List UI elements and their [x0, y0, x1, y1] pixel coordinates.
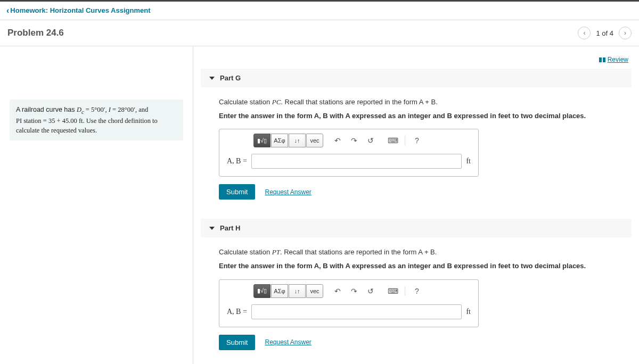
- part-h-header[interactable]: Part H: [201, 219, 632, 237]
- instr-text: Calculate station: [219, 248, 272, 256]
- templates-button[interactable]: ▮√▯: [253, 284, 271, 298]
- caret-down-icon: [209, 227, 215, 230]
- problem-title: Problem 24.6: [7, 28, 64, 38]
- var-pc: PC: [272, 98, 281, 106]
- prev-button[interactable]: ‹: [578, 27, 591, 39]
- answer-label: A, B =: [227, 308, 247, 316]
- prob-text: PI station: [16, 117, 42, 125]
- greek-button[interactable]: ΑΣφ: [271, 134, 288, 147]
- part-g: Part G Calculate station PC. Recall that…: [201, 69, 632, 213]
- var-dc: Dc: [77, 106, 84, 113]
- reset-button[interactable]: ↺: [364, 284, 378, 298]
- subsup-button[interactable]: ↓↑: [289, 134, 306, 147]
- answer-input-g[interactable]: [251, 154, 462, 169]
- answer-input-h[interactable]: [251, 304, 462, 319]
- request-answer-link-h[interactable]: Request Answer: [265, 338, 311, 346]
- redo-button[interactable]: ↷: [347, 284, 361, 298]
- keyboard-button[interactable]: ⌨: [386, 134, 400, 147]
- instr-text: . Recall that stations are reported in t…: [281, 98, 437, 106]
- prob-text: = 5°00′,: [84, 106, 109, 113]
- breadcrumb-bar: Homework: Horizontal Curves Assignment: [0, 2, 639, 20]
- prob-text: A railroad curve has: [16, 106, 77, 113]
- page-counter: 1 of 4: [596, 29, 613, 37]
- unit-label: ft: [466, 308, 471, 316]
- part-title: Part G: [220, 74, 241, 82]
- right-panel: Review Part G Calculate station PC. Reca…: [193, 46, 639, 364]
- part-g-body: Calculate station PC. Recall that statio…: [201, 87, 632, 213]
- answer-box-h: ▮√▯ ΑΣφ ↓↑ vec ↶ ↷ ↺ ⌨ ? A, B =: [219, 279, 479, 327]
- redo-button[interactable]: ↷: [347, 134, 361, 147]
- main-layout: A railroad curve has Dc = 5°00′, I = 28°…: [0, 46, 639, 364]
- help-button[interactable]: ?: [410, 134, 424, 147]
- request-answer-link-g[interactable]: Request Answer: [265, 188, 311, 196]
- breadcrumb-link[interactable]: Homework: Horizontal Curves Assignment: [6, 6, 151, 14]
- answer-input-row: A, B = ft: [219, 150, 478, 176]
- divider: [405, 286, 405, 296]
- subsup-button[interactable]: ↓↑: [289, 284, 306, 298]
- answer-label: A, B =: [227, 157, 247, 166]
- answer-box-g: ▮√▯ ΑΣφ ↓↑ vec ↶ ↷ ↺ ⌨ ? A, B =: [219, 129, 479, 177]
- problem-header: Problem 24.6 ‹ 1 of 4 ›: [0, 20, 639, 46]
- review-link[interactable]: Review: [599, 56, 628, 63]
- part-h: Part H Calculate station PT. Recall that…: [201, 219, 632, 363]
- submit-button-g[interactable]: Submit: [219, 184, 255, 200]
- actions-row: Submit Request Answer: [219, 335, 613, 350]
- part-h-body: Calculate station PT. Recall that statio…: [201, 237, 632, 363]
- next-button[interactable]: ›: [619, 27, 632, 39]
- instr-text: Calculate station: [219, 98, 272, 106]
- caret-down-icon: [209, 77, 215, 80]
- review-icon: [599, 57, 605, 62]
- var-pt: PT: [272, 248, 280, 256]
- part-title: Part H: [220, 224, 240, 232]
- divider: [405, 136, 405, 145]
- equation-toolbar: ▮√▯ ΑΣφ ↓↑ vec ↶ ↷ ↺ ⌨ ?: [219, 129, 478, 150]
- unit-label: ft: [466, 157, 471, 166]
- instruction-1: Calculate station PC. Recall that statio…: [219, 97, 613, 107]
- instruction-2: Enter the answer in the form A, B with A…: [219, 261, 613, 271]
- vec-button[interactable]: vec: [306, 134, 323, 147]
- part-g-header[interactable]: Part G: [201, 69, 632, 87]
- keyboard-button[interactable]: ⌨: [386, 284, 400, 298]
- submit-button-h[interactable]: Submit: [219, 335, 255, 350]
- greek-button[interactable]: ΑΣφ: [271, 284, 288, 298]
- answer-input-row: A, B = ft: [219, 300, 478, 327]
- problem-statement-box: A railroad curve has Dc = 5°00′, I = 28°…: [10, 100, 183, 140]
- undo-button[interactable]: ↶: [331, 134, 345, 147]
- reset-button[interactable]: ↺: [364, 134, 378, 147]
- prob-text: = 28°00′, and: [111, 106, 148, 113]
- vec-button[interactable]: vec: [306, 284, 323, 298]
- instr-text: . Recall that stations are reported in t…: [280, 248, 437, 256]
- instruction-1: Calculate station PT. Recall that statio…: [219, 247, 613, 258]
- instruction-2: Enter the answer in the form A, B with A…: [219, 111, 613, 121]
- review-label: Review: [608, 56, 628, 63]
- help-button[interactable]: ?: [410, 284, 424, 298]
- left-panel: A railroad curve has Dc = 5°00′, I = 28°…: [0, 46, 193, 364]
- equation-toolbar: ▮√▯ ΑΣφ ↓↑ vec ↶ ↷ ↺ ⌨ ?: [219, 280, 478, 300]
- page-nav: ‹ 1 of 4 ›: [578, 27, 632, 39]
- undo-button[interactable]: ↶: [331, 284, 345, 298]
- templates-button[interactable]: ▮√▯: [253, 134, 271, 147]
- actions-row: Submit Request Answer: [219, 184, 613, 200]
